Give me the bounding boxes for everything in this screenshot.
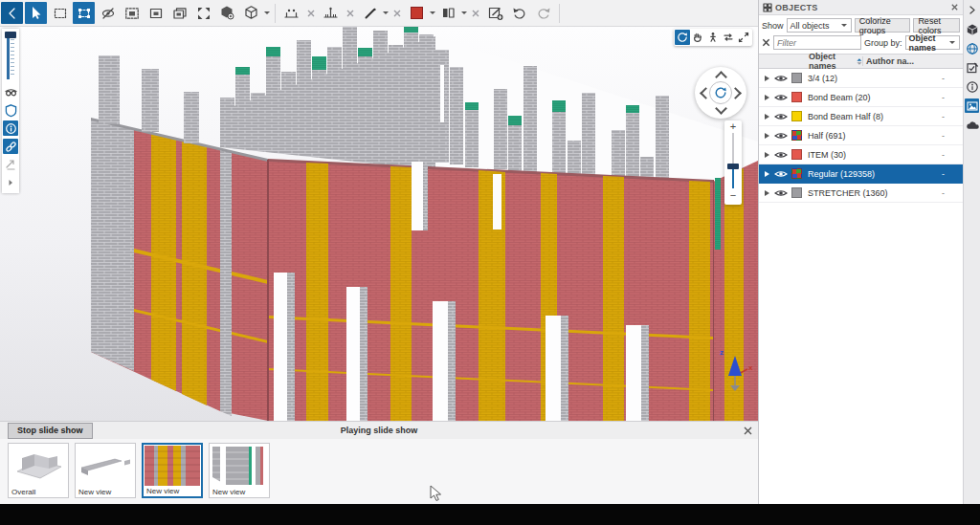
object-row-selected[interactable]: Regular (129358) - [759,164,963,184]
object-row[interactable]: Half (691) - [759,126,963,145]
visibility-eye-icon[interactable] [774,131,788,141]
split-view-tool-button[interactable] [437,2,459,24]
column-author[interactable]: Author na... [862,56,963,66]
color-picker-dropdown-caret[interactable] [430,11,435,17]
visibility-eye-icon[interactable] [774,169,788,179]
clear-measure-2-icon[interactable] [345,9,355,18]
model-viewport[interactable]: z x [0,27,758,421]
back-button[interactable] [1,2,23,24]
reset-colors-button[interactable]: Reset colors [913,18,960,33]
draw-tool-dropdown-caret[interactable] [383,11,389,17]
zoom-slider[interactable]: + − [724,120,742,205]
clear-measure-1-icon[interactable] [306,9,316,18]
orbit-tool-button[interactable] [675,30,690,45]
walk-tool-button[interactable] [705,30,721,45]
link-tool-icon[interactable] [3,139,18,154]
info-tool-icon[interactable] [3,120,18,136]
expand-rail-icon[interactable] [3,175,18,190]
color-picker-button[interactable] [406,2,428,24]
color-swatch[interactable] [791,149,802,160]
fly-tool-button[interactable] [721,30,736,45]
views-icon[interactable] [965,98,979,113]
filter-input[interactable] [773,35,861,50]
frame-all-tool-button[interactable] [168,2,190,24]
collapse-panel-icon[interactable] [965,3,979,17]
visibility-eye-icon[interactable] [774,74,788,83]
info-icon[interactable] [965,79,979,94]
view-thumbnail[interactable]: New view [75,443,136,498]
close-panel-icon[interactable] [950,3,959,11]
model-settings-tool-button[interactable] [216,2,238,24]
expand-arrow-icon[interactable] [765,114,772,120]
column-object-names[interactable]: Object names [809,52,862,71]
frame-object-tool-button[interactable] [145,2,167,24]
object-row[interactable]: 3/4 (12) - [759,69,963,88]
object-row[interactable]: STRETCHER (1360) - [759,184,963,203]
color-swatch[interactable] [791,92,802,102]
expand-arrow-icon[interactable] [765,171,772,177]
view-thumbnail[interactable]: Overall [8,443,69,498]
redo-button[interactable] [532,2,554,24]
models-icon[interactable] [965,22,979,36]
undo-button[interactable] [508,2,530,24]
view-cube-dropdown-caret[interactable] [264,11,270,17]
visibility-eye-icon[interactable] [774,150,788,160]
group-by-select[interactable]: Object names [905,35,960,50]
select-tool-button[interactable] [25,2,47,24]
close-slideshow-icon[interactable] [743,426,753,436]
todo-markup-icon[interactable] [965,60,979,75]
model-3d-scene[interactable] [0,27,758,421]
color-swatch[interactable] [791,168,802,179]
objects-panel: OBJECTS Show All objects Colorize groups… [758,0,963,504]
marquee-select-tool-button[interactable] [49,2,71,24]
show-select[interactable]: All objects [787,18,852,33]
measure-baseline-tool-button[interactable] [320,2,342,24]
color-swatch[interactable] [791,187,802,198]
visibility-eye-icon[interactable] [774,93,788,102]
color-swatch[interactable] [791,111,802,121]
node-select-tool-button[interactable] [73,2,95,24]
object-row[interactable]: Bond Beam Half (8) - [759,107,963,126]
stop-slideshow-button[interactable]: Stop slide show [8,423,93,439]
clear-draw-icon[interactable] [392,9,402,18]
view-cube-tool-button[interactable] [240,2,262,24]
pan-tool-button[interactable] [690,30,705,45]
expand-arrow-icon[interactable] [765,190,772,196]
measure-horizontal-tool-button[interactable] [280,2,302,24]
expand-arrow-icon[interactable] [765,133,772,139]
zoom-handle[interactable] [727,164,739,169]
level-slider[interactable] [5,32,16,81]
object-row[interactable]: Bond Beam (20) - [759,88,963,107]
focus-selection-tool-button[interactable] [121,2,143,24]
expand-arrow-icon[interactable] [765,95,772,100]
zoom-extents-tool-button[interactable] [192,2,214,24]
colorize-groups-button[interactable]: Colorize groups [855,18,911,33]
rotate-down-icon[interactable] [715,102,727,115]
clip-box-icon[interactable] [3,102,18,118]
zoom-out-label[interactable]: − [730,189,736,201]
fullscreen-tool-button[interactable] [736,30,751,45]
draw-line-tool-button[interactable] [359,2,381,24]
ghost-mode-icon[interactable] [3,84,18,99]
clear-split-icon[interactable] [471,9,480,18]
orbit-center-button[interactable] [709,81,732,104]
split-view-dropdown-caret[interactable] [461,11,467,17]
color-swatch[interactable] [791,130,802,141]
cloud-icon[interactable] [965,118,979,132]
visibility-eye-icon[interactable] [774,188,788,198]
visibility-eye-icon[interactable] [774,112,788,121]
disabled-tool-icon[interactable] [3,157,18,172]
level-slider-handle[interactable] [5,32,16,38]
object-row[interactable]: ITEM (30) - [759,145,963,164]
zoom-in-label[interactable]: + [730,120,736,132]
expand-arrow-icon[interactable] [765,76,772,81]
zoom-track[interactable] [732,133,734,188]
globe-icon[interactable] [965,41,979,55]
expand-arrow-icon[interactable] [765,152,772,158]
color-swatch[interactable] [791,73,802,83]
hide-object-tool-button[interactable] [97,2,119,24]
view-thumbnail[interactable]: New view [209,443,270,498]
clear-filter-icon[interactable] [762,38,770,47]
add-markup-tool-button[interactable] [484,2,506,24]
view-thumbnail-selected[interactable]: New view [142,443,203,498]
